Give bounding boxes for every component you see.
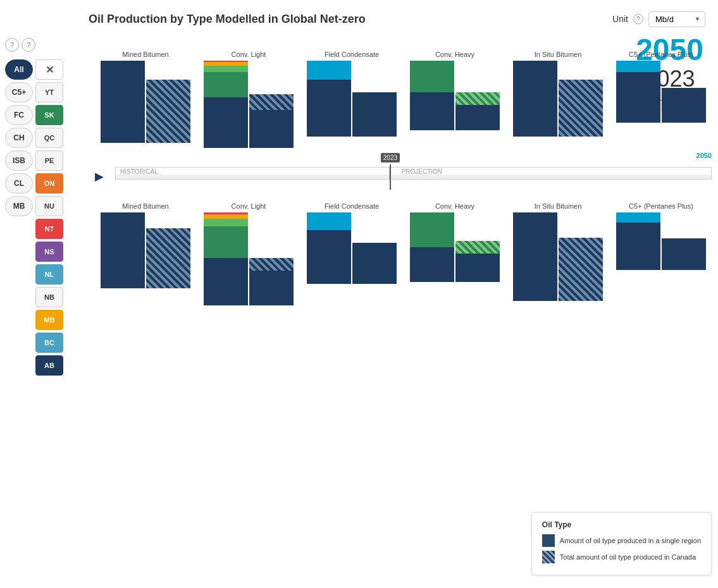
chart-c5plus-top: C5+ (Pentanes Plus) bbox=[610, 51, 712, 158]
bar-mined-bitumen-bottom-2 bbox=[146, 228, 190, 288]
timeline-marker-2023: 2023 bbox=[390, 164, 391, 190]
timeline-area: ▶ HISTORICAL PROJECTION 2023 2050 bbox=[95, 158, 712, 196]
sidebar-row-isb: ISB PE bbox=[5, 150, 77, 171]
sidebar-help-icon-2[interactable]: ? bbox=[22, 38, 35, 52]
chart-title-conv-heavy: Conv. Heavy bbox=[435, 51, 474, 58]
chart-title-mined-bitumen-bottom: Mined Bitumen bbox=[122, 202, 168, 210]
province-btn-ns[interactable]: NS bbox=[35, 242, 63, 262]
province-btn-yt[interactable]: YT bbox=[35, 82, 63, 102]
province-btn-mb[interactable]: MB bbox=[35, 310, 63, 330]
legend-item-single: Amount of oil type produced in a single … bbox=[542, 534, 701, 547]
sidebar-row-empty2: NS bbox=[5, 242, 77, 262]
filter-btn-fc[interactable]: FC bbox=[5, 105, 33, 125]
chart-title-in-situ-bottom: In Situ Bitumen bbox=[535, 202, 582, 210]
chart-bars-conv-light-top bbox=[198, 61, 299, 148]
bar-in-situ-top-1 bbox=[513, 61, 557, 137]
legend-icon-solid bbox=[542, 534, 555, 547]
chart-field-condensate-top: Field Condensate bbox=[301, 51, 402, 158]
play-button[interactable]: ▶ bbox=[95, 169, 110, 185]
bar-field-condensate-top-1 bbox=[307, 61, 351, 137]
chart-bars-in-situ-bottom bbox=[507, 212, 609, 301]
legend-box: Oil Type Amount of oil type produced in … bbox=[531, 512, 712, 575]
sidebar-row-ch: CH QC bbox=[5, 128, 77, 148]
bar-c5plus-bottom-1 bbox=[616, 212, 660, 270]
bar-c5plus-bottom-2 bbox=[662, 238, 706, 270]
chart-bars-c5plus-bottom bbox=[610, 212, 712, 270]
province-btn-qc[interactable]: QC bbox=[35, 128, 63, 148]
bar-in-situ-bottom-2 bbox=[559, 238, 603, 301]
page-title: Oil Production by Type Modelled in Globa… bbox=[89, 13, 366, 26]
bar-c5plus-top-2 bbox=[662, 88, 706, 123]
bar-c5plus-top-1 bbox=[616, 61, 660, 123]
province-btn-pe[interactable]: PE bbox=[35, 150, 63, 171]
sidebar: ? ? All ✕ C5+ YT FC SK CH QC ISB PE CL O… bbox=[0, 32, 82, 382]
filter-btn-c5[interactable]: C5+ bbox=[5, 82, 33, 102]
filter-btn-cl[interactable]: CL bbox=[5, 173, 33, 193]
bar-field-condensate-top-2 bbox=[352, 92, 397, 137]
filter-btn-all[interactable]: All bbox=[5, 59, 33, 80]
unit-label: Unit bbox=[612, 14, 628, 24]
sidebar-row-c5: C5+ YT bbox=[5, 82, 77, 102]
bar-conv-light-bottom-1 bbox=[204, 212, 248, 305]
filter-btn-ch[interactable]: CH bbox=[5, 128, 33, 148]
bar-conv-heavy-top-1 bbox=[410, 61, 454, 130]
chart-bars-conv-heavy-top bbox=[404, 61, 505, 130]
bar-mined-bitumen-bottom-1 bbox=[101, 212, 145, 288]
chart-title-c5plus-bottom: C5+ (Pentanes Plus) bbox=[629, 202, 693, 210]
chart-title-conv-heavy-bottom: Conv. Heavy bbox=[435, 202, 474, 210]
bar-in-situ-bottom-1 bbox=[513, 212, 557, 301]
sidebar-row-mb: MB NU bbox=[5, 196, 77, 216]
header: Oil Production by Type Modelled in Globa… bbox=[0, 0, 718, 32]
chart-mined-bitumen-bottom: Mined Bitumen bbox=[95, 202, 196, 329]
charts-top-row: Mined Bitumen Conv. Light bbox=[95, 51, 712, 158]
bar-field-condensate-bottom-1 bbox=[307, 212, 351, 284]
province-btn-ab[interactable]: AB bbox=[35, 355, 63, 376]
sidebar-row-empty3: NL bbox=[5, 264, 77, 285]
filter-btn-isb[interactable]: ISB bbox=[5, 150, 33, 171]
chart-title-in-situ: In Situ Bitumen bbox=[535, 51, 582, 58]
unit-control: Unit ? Mb/d Gb/d bbox=[612, 11, 705, 27]
sidebar-row-fc: FC SK bbox=[5, 105, 77, 125]
bar-conv-light-top-2 bbox=[249, 94, 294, 148]
chart-c5plus-bottom: C5+ (Pentanes Plus) bbox=[610, 202, 712, 329]
province-btn-nl[interactable]: NL bbox=[35, 264, 63, 285]
chart-bars-mined-bitumen-bottom bbox=[95, 212, 196, 288]
chart-title-field-condensate: Field Condensate bbox=[325, 51, 379, 58]
chart-bars-field-condensate-bottom bbox=[301, 212, 402, 284]
province-btn-sk[interactable]: SK bbox=[35, 105, 63, 125]
sidebar-help-icon-1[interactable]: ? bbox=[5, 38, 19, 52]
chart-in-situ-bottom: In Situ Bitumen bbox=[507, 202, 609, 329]
chart-bars-mined-bitumen-top bbox=[95, 61, 196, 143]
unit-dropdown[interactable]: Mb/d Gb/d bbox=[648, 11, 705, 27]
chart-mined-bitumen-top: Mined Bitumen bbox=[95, 51, 196, 158]
sidebar-row-all: All ✕ bbox=[5, 59, 77, 80]
sidebar-row-empty1: NT bbox=[5, 219, 77, 239]
chart-field-condensate-bottom: Field Condensate bbox=[301, 202, 402, 329]
sidebar-row-empty5: MB bbox=[5, 310, 77, 330]
legend-icon-hatched bbox=[542, 551, 555, 563]
chart-title-mined-bitumen: Mined Bitumen bbox=[122, 51, 168, 58]
chart-bars-in-situ-top bbox=[507, 61, 609, 137]
sidebar-row-empty4: NB bbox=[5, 287, 77, 307]
province-btn-nb[interactable]: NB bbox=[35, 287, 63, 307]
projection-label: PROJECTION bbox=[402, 168, 442, 175]
unit-help-icon[interactable]: ? bbox=[633, 14, 643, 24]
province-btn-bc[interactable]: BC bbox=[35, 333, 63, 353]
legend-text-total: Total amount of oil type produced in Can… bbox=[560, 553, 696, 561]
chart-title-conv-light-bottom: Conv. Light bbox=[232, 202, 266, 210]
marker-2050-label: 2050 bbox=[696, 152, 712, 159]
province-btn-nu[interactable]: NU bbox=[35, 196, 63, 216]
historical-label: HISTORICAL bbox=[120, 168, 158, 175]
province-btn-on[interactable]: ON bbox=[35, 173, 63, 193]
bar-conv-light-top-1 bbox=[204, 61, 248, 148]
province-btn-nt[interactable]: NT bbox=[35, 219, 63, 239]
filter-btn-mb[interactable]: MB bbox=[5, 196, 33, 216]
chart-conv-heavy-bottom: Conv. Heavy bbox=[404, 202, 505, 329]
marker-2023-label: 2023 bbox=[381, 153, 400, 162]
charts-bottom-row: Mined Bitumen Conv. Light bbox=[95, 202, 712, 329]
province-btn-close[interactable]: ✕ bbox=[35, 59, 63, 80]
legend-text-single: Amount of oil type produced in a single … bbox=[560, 537, 701, 544]
bar-mined-bitumen-top-1 bbox=[101, 61, 145, 143]
unit-dropdown-wrap[interactable]: Mb/d Gb/d bbox=[648, 11, 705, 27]
timeline-track[interactable]: HISTORICAL PROJECTION 2023 2050 bbox=[115, 164, 712, 190]
